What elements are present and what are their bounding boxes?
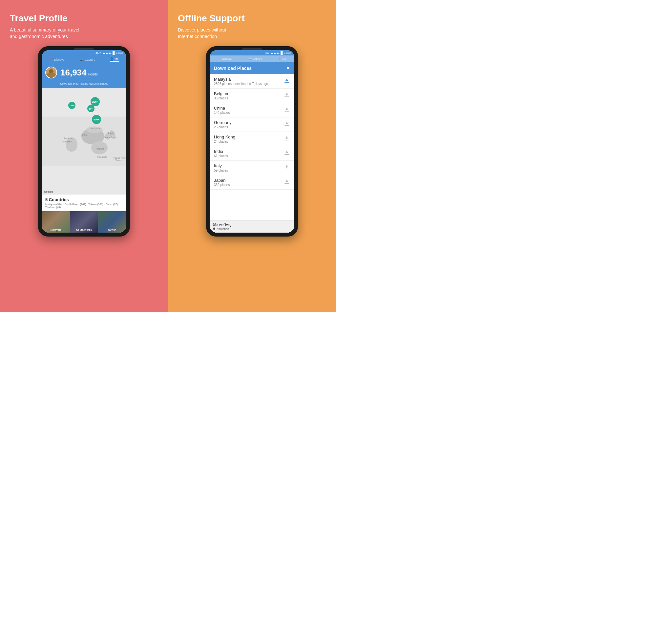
country-item-japan[interactable]: Japan 332 places [210,175,294,190]
country-places-germany: 25 places [214,125,284,129]
country-list: Malaysia 2896 places, downloaded 7 days … [210,74,294,220]
country-places-belgium: 33 places [214,96,284,100]
download-dialog: Download Places ✕ Malaysia 2896 places, … [210,62,294,233]
bottom-preview: ลิโอ เขาใหญ่ 🏛 Attraction [210,220,294,233]
right-phone-notch [242,48,262,50]
svg-rect-27 [285,125,289,126]
country-item-belgium[interactable]: Belgium 33 places [210,89,294,103]
attraction-icon: 🏛 [213,227,216,231]
download-icon-belgium[interactable] [284,92,290,100]
photo-label-taiwan: Taiwan [98,229,126,231]
countries-section: 5 Countries Malaysia (344) · South Korea… [42,195,126,211]
points-number: 16,934 [61,68,87,78]
country-places-hongkong: 24 places [214,140,284,143]
dialog-close-button[interactable]: ✕ [286,66,290,71]
photo-label-malaysia: Malaysia [42,229,70,231]
country-info-japan: Japan 332 places [214,178,284,187]
status-bar-right: 4G ▲▲▲ █ 15:34 [210,50,294,55]
country-name-belgium: Belgium [214,91,284,96]
svg-rect-32 [286,137,287,139]
google-logo: Google [44,190,53,193]
battery-left: █ [113,51,115,54]
right-phone: 4G ▲▲▲ █ 15:34 📍 Discover 📷 Capture 👤 Me [206,46,298,237]
photo-strip: Malaysia South Korea Taiwan [42,211,126,233]
svg-rect-26 [286,107,287,110]
bubble-500: 500+ [92,115,101,124]
svg-text:akistan: akistan [62,140,70,143]
download-icon-china[interactable] [284,106,290,114]
svg-rect-41 [286,180,287,182]
right-phone-screen: 4G ▲▲▲ █ 15:34 📍 Discover 📷 Capture 👤 Me [210,50,294,233]
download-icon-malaysia[interactable] [284,77,290,85]
country-name-japan: Japan [214,178,284,183]
country-info-germany: Germany 25 places [214,120,284,129]
left-phone-screen: 4G+ ▲▲▲ █ 15:35 📍 Discover 📷 Capture 👤 M… [42,50,126,233]
tab-discover-right[interactable]: 📍 Discover [218,57,232,61]
tab-me-right[interactable]: 👤 Me [278,57,286,61]
person-icon: 👤 [110,57,114,61]
svg-text:Japan: Japan [107,132,114,135]
person-icon-right: 👤 [278,57,281,61]
status-bar-left: 4G+ ▲▲▲ █ 15:35 [42,50,126,55]
country-item-india[interactable]: India 61 places [210,146,294,161]
download-icon-india[interactable] [284,150,290,158]
time-left: 15:35 [116,51,123,54]
phone-notch [74,48,94,50]
camera-icon-right: 📷 [248,57,252,61]
photo-south-korea: South Korea [70,211,98,233]
svg-rect-18 [285,82,289,83]
photo-label-southkorea: South Korea [70,229,98,231]
svg-text:Indonesia: Indonesia [97,156,107,158]
left-phone: 4G+ ▲▲▲ █ 15:35 📍 Discover 📷 Capture 👤 M… [38,46,130,237]
time-right: 15:34 [284,51,291,54]
country-item-italy[interactable]: Italy 59 places [210,161,294,175]
signal-icon-right: ▲▲▲ [270,51,279,54]
signal-right: 4G [265,51,269,54]
country-item-germany[interactable]: Germany 25 places [210,117,294,132]
download-icon-hongkong[interactable] [284,135,290,143]
app-content-right: Pop... 6a... Ne... m km km Download Plac… [210,62,294,233]
svg-text:Guinea: Guinea [115,159,122,162]
country-item-hongkong[interactable]: Hong Kong 24 places [210,132,294,146]
country-name-germany: Germany [214,120,284,125]
country-name-hongkong: Hong Kong [214,135,284,140]
country-info-belgium: Belgium 33 places [214,91,284,100]
download-icon-germany[interactable] [284,121,290,128]
svg-text:Thailand: Thailand [95,148,104,150]
tab-discover[interactable]: 📍 Discover [49,57,65,62]
left-panel: Travel Profile A beautiful summary of yo… [0,0,168,312]
svg-rect-38 [286,165,287,168]
svg-rect-39 [285,183,289,184]
svg-text:China: China [81,134,87,136]
country-places-italy: 59 places [214,169,284,172]
download-icon-japan[interactable] [284,178,290,186]
pin-icon-right: 📍 [218,57,221,61]
avatar [45,67,57,78]
svg-rect-33 [285,154,289,155]
camera-icon: 📷 [80,58,84,62]
country-places-china: 140 places [214,111,284,115]
tab-me[interactable]: 👤 Me [110,57,119,62]
country-item-malaysia[interactable]: Malaysia 2896 places, downloaded 7 days … [210,74,294,89]
countries-title: 5 Countries [45,197,123,202]
svg-rect-36 [285,169,289,169]
tab-capture-right[interactable]: 📷 Capture [248,57,262,61]
profile-header: 16,934 Points [42,64,126,81]
tab-capture[interactable]: 📷 Capture [80,57,95,62]
svg-rect-35 [286,151,287,153]
nav-tabs-right: 📍 Discover 📷 Capture 👤 Me [210,55,294,62]
country-item-china[interactable]: China 140 places [210,103,294,117]
right-panel: Offline Support Discover places withoutI… [168,0,336,312]
country-places-malaysia: 2896 places, downloaded 7 days ago [214,82,284,86]
svg-rect-24 [285,111,289,112]
svg-point-1 [66,138,77,152]
country-name-india: India [214,149,284,154]
download-icon-italy[interactable] [284,164,290,172]
country-info-hongkong: Hong Kong 24 places [214,135,284,143]
country-places-india: 61 places [214,154,284,158]
right-panel-title: Offline Support [178,13,245,24]
country-info-malaysia: Malaysia 2896 places, downloaded 7 days … [214,77,284,86]
attraction-label: Attraction [217,227,229,231]
country-name-italy: Italy [214,163,284,168]
dialog-title: Download Places [214,66,252,71]
